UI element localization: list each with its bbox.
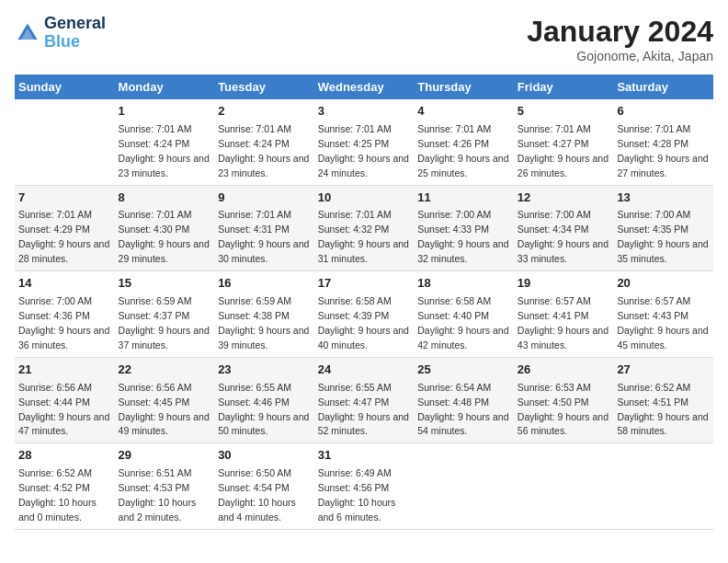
daylight-text: Daylight: 9 hours and 33 minutes. <box>518 238 609 264</box>
sunset-text: Sunset: 4:53 PM <box>119 482 190 493</box>
calendar-week-row: 7Sunrise: 7:01 AMSunset: 4:29 PMDaylight… <box>15 185 713 271</box>
day-number: 10 <box>318 190 411 207</box>
calendar-cell: 19Sunrise: 6:57 AMSunset: 4:41 PMDayligh… <box>514 271 614 358</box>
calendar-week-row: 1Sunrise: 7:01 AMSunset: 4:24 PMDaylight… <box>15 99 713 185</box>
sunset-text: Sunset: 4:56 PM <box>318 482 390 493</box>
day-number: 31 <box>318 447 411 465</box>
calendar-cell: 21Sunrise: 6:56 AMSunset: 4:44 PMDayligh… <box>15 357 115 443</box>
sunset-text: Sunset: 4:33 PM <box>417 224 489 235</box>
logo: GeneralBlue <box>15 15 106 52</box>
sunrise-text: Sunrise: 7:01 AM <box>417 123 491 134</box>
sunset-text: Sunset: 4:36 PM <box>18 310 90 321</box>
sunrise-text: Sunrise: 6:50 AM <box>218 467 291 478</box>
sunrise-text: Sunrise: 7:01 AM <box>119 123 192 134</box>
main-title: January 2024 <box>527 15 713 49</box>
page-header: GeneralBlue January 2024 Gojonome, Akita… <box>15 15 713 63</box>
sunset-text: Sunset: 4:48 PM <box>417 396 489 408</box>
sunset-text: Sunset: 4:26 PM <box>417 138 489 149</box>
day-number: 30 <box>218 447 311 465</box>
day-number: 20 <box>617 275 710 293</box>
daylight-text: Daylight: 10 hours and 6 minutes. <box>318 497 396 523</box>
sunrise-text: Sunrise: 7:01 AM <box>617 123 690 134</box>
calendar-cell: 14Sunrise: 7:00 AMSunset: 4:36 PMDayligh… <box>15 271 115 358</box>
calendar-cell: 3Sunrise: 7:01 AMSunset: 4:25 PMDaylight… <box>314 99 415 185</box>
sunrise-text: Sunrise: 6:55 AM <box>318 382 392 393</box>
calendar-cell: 9Sunrise: 7:01 AMSunset: 4:31 PMDaylight… <box>214 185 314 271</box>
daylight-text: Daylight: 9 hours and 42 minutes. <box>417 325 508 350</box>
sunset-text: Sunset: 4:50 PM <box>518 396 589 408</box>
calendar-week-row: 21Sunrise: 6:56 AMSunset: 4:44 PMDayligh… <box>15 357 713 443</box>
sunrise-text: Sunrise: 6:53 AM <box>518 382 591 393</box>
sunrise-text: Sunrise: 6:56 AM <box>18 382 92 393</box>
day-number: 23 <box>218 362 311 379</box>
daylight-text: Daylight: 10 hours and 2 minutes. <box>119 497 197 523</box>
sunset-text: Sunset: 4:41 PM <box>518 310 589 321</box>
sunset-text: Sunset: 4:28 PM <box>617 138 688 149</box>
daylight-text: Daylight: 9 hours and 58 minutes. <box>617 411 708 437</box>
sunrise-text: Sunrise: 7:00 AM <box>518 209 591 220</box>
calendar-cell <box>414 443 514 530</box>
day-number: 26 <box>518 362 610 379</box>
daylight-text: Daylight: 9 hours and 26 minutes. <box>518 153 609 178</box>
col-saturday: Saturday <box>613 75 713 99</box>
sunrise-text: Sunrise: 7:01 AM <box>218 123 291 134</box>
sunset-text: Sunset: 4:31 PM <box>218 224 290 235</box>
day-number: 14 <box>18 275 111 293</box>
sunset-text: Sunset: 4:51 PM <box>617 396 688 408</box>
sunrise-text: Sunrise: 6:49 AM <box>318 467 392 478</box>
calendar-cell: 11Sunrise: 7:00 AMSunset: 4:33 PMDayligh… <box>414 185 514 271</box>
calendar-week-row: 14Sunrise: 7:00 AMSunset: 4:36 PMDayligh… <box>15 271 713 358</box>
daylight-text: Daylight: 9 hours and 40 minutes. <box>318 325 409 350</box>
sunrise-text: Sunrise: 6:58 AM <box>318 295 392 306</box>
daylight-text: Daylight: 9 hours and 54 minutes. <box>417 411 508 437</box>
day-number: 19 <box>518 275 610 293</box>
logo-icon <box>15 20 40 46</box>
header-row: Sunday Monday Tuesday Wednesday Thursday… <box>15 75 713 99</box>
calendar-cell: 12Sunrise: 7:00 AMSunset: 4:34 PMDayligh… <box>514 185 614 271</box>
daylight-text: Daylight: 9 hours and 36 minutes. <box>18 325 109 350</box>
calendar-cell: 13Sunrise: 7:00 AMSunset: 4:35 PMDayligh… <box>613 185 713 271</box>
sunrise-text: Sunrise: 6:57 AM <box>518 295 591 306</box>
title-section: January 2024 Gojonome, Akita, Japan <box>527 15 713 63</box>
sunrise-text: Sunrise: 6:56 AM <box>119 382 192 393</box>
day-number: 6 <box>617 103 710 121</box>
day-number: 13 <box>617 190 710 207</box>
calendar-cell: 4Sunrise: 7:01 AMSunset: 4:26 PMDaylight… <box>414 99 514 185</box>
sunset-text: Sunset: 4:32 PM <box>318 224 390 235</box>
daylight-text: Daylight: 9 hours and 23 minutes. <box>218 153 309 178</box>
sunrise-text: Sunrise: 6:55 AM <box>218 382 291 393</box>
daylight-text: Daylight: 9 hours and 45 minutes. <box>617 325 708 350</box>
sunrise-text: Sunrise: 6:59 AM <box>119 295 192 306</box>
sunset-text: Sunset: 4:38 PM <box>218 310 290 321</box>
calendar-cell <box>15 99 115 185</box>
sunset-text: Sunset: 4:24 PM <box>119 138 190 149</box>
daylight-text: Daylight: 9 hours and 28 minutes. <box>18 238 109 264</box>
calendar-cell <box>514 443 614 530</box>
col-wednesday: Wednesday <box>314 75 415 99</box>
col-sunday: Sunday <box>15 75 115 99</box>
day-number: 7 <box>18 190 111 207</box>
calendar-cell: 28Sunrise: 6:52 AMSunset: 4:52 PMDayligh… <box>15 443 115 530</box>
sunrise-text: Sunrise: 7:01 AM <box>318 209 392 220</box>
sunset-text: Sunset: 4:39 PM <box>318 310 390 321</box>
sunset-text: Sunset: 4:24 PM <box>218 138 290 149</box>
calendar-cell: 26Sunrise: 6:53 AMSunset: 4:50 PMDayligh… <box>514 357 614 443</box>
calendar-cell: 15Sunrise: 6:59 AMSunset: 4:37 PMDayligh… <box>115 271 215 358</box>
calendar-cell: 7Sunrise: 7:01 AMSunset: 4:29 PMDaylight… <box>15 185 115 271</box>
sunset-text: Sunset: 4:43 PM <box>617 310 688 321</box>
col-monday: Monday <box>115 75 215 99</box>
calendar-table: Sunday Monday Tuesday Wednesday Thursday… <box>15 75 713 530</box>
daylight-text: Daylight: 9 hours and 37 minutes. <box>119 325 210 350</box>
sunset-text: Sunset: 4:29 PM <box>18 224 90 235</box>
daylight-text: Daylight: 9 hours and 50 minutes. <box>218 411 309 437</box>
logo-text: GeneralBlue <box>44 15 106 52</box>
sunrise-text: Sunrise: 7:01 AM <box>218 209 291 220</box>
calendar-cell: 22Sunrise: 6:56 AMSunset: 4:45 PMDayligh… <box>115 357 215 443</box>
sunrise-text: Sunrise: 7:00 AM <box>417 209 491 220</box>
calendar-cell: 27Sunrise: 6:52 AMSunset: 4:51 PMDayligh… <box>613 357 713 443</box>
day-number: 1 <box>119 103 211 121</box>
calendar-cell: 1Sunrise: 7:01 AMSunset: 4:24 PMDaylight… <box>115 99 215 185</box>
daylight-text: Daylight: 9 hours and 49 minutes. <box>119 411 210 437</box>
day-number: 17 <box>318 275 411 293</box>
calendar-cell: 25Sunrise: 6:54 AMSunset: 4:48 PMDayligh… <box>414 357 514 443</box>
